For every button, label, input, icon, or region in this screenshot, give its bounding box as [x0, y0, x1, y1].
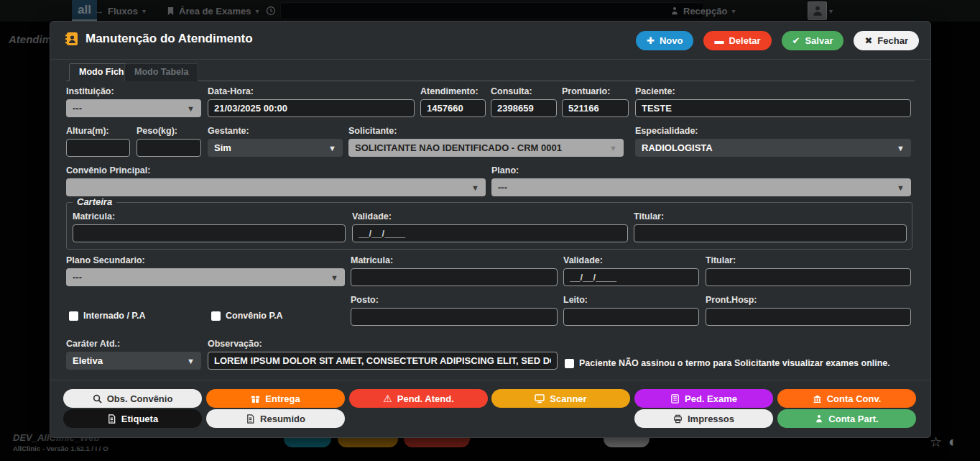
conta-part-button[interactable]: Conta Part. [777, 409, 916, 428]
leito-input[interactable] [563, 308, 699, 326]
field-atendimento: Atendimento: [420, 86, 486, 117]
field-label: Leito: [563, 295, 699, 305]
chevron-down-icon: ▼ [609, 144, 617, 152]
plus-icon: ✚ [647, 36, 655, 45]
app-screen: all → Fluxos ▾ Área de Exames ▾ Recepção… [0, 0, 980, 461]
field-label: Pront.Hosp: [706, 295, 911, 305]
salvar-button[interactable]: ✔ Salvar [782, 31, 844, 50]
entrega-button[interactable]: Entrega [206, 389, 345, 408]
person-icon [815, 414, 823, 423]
carteira-titular-input[interactable] [634, 224, 907, 242]
modal-header: Manutenção do Atendimento ✚ Novo ▬ Delet… [50, 22, 930, 60]
bank-icon [813, 394, 822, 403]
checkbox-box[interactable] [69, 311, 78, 321]
check-icon: ✔ [792, 36, 800, 45]
tab-modo-tabela[interactable]: Modo Tabela [124, 63, 198, 81]
etiqueta-button[interactable]: Etiqueta [63, 409, 202, 428]
gestante-select[interactable]: Sim ▼ [208, 139, 343, 157]
contact-book-icon [65, 32, 79, 46]
chevron-down-icon: ▼ [897, 144, 905, 152]
especialidade-select[interactable]: RADIOLOGISTA ▼ [635, 139, 911, 157]
chevron-down-icon: ▼ [471, 183, 479, 192]
printer-icon [673, 414, 683, 424]
field-label: Titular: [706, 255, 911, 265]
carteira-fieldset: Carteira Matricula: Validade: Titular: [66, 202, 912, 250]
plano-secundario-select[interactable]: --- ▼ [66, 268, 345, 286]
matricula-secundaria-input[interactable] [351, 268, 558, 286]
field-especialidade: Especialidade: RADIOLOGISTA ▼ [635, 126, 911, 157]
field-label: Validade: [352, 211, 628, 222]
modal-title-text: Manutenção do Atendimento [85, 32, 253, 46]
pend-atend-button[interactable]: ⚠ Pend. Atend. [349, 389, 488, 408]
field-label: Especialidade: [635, 126, 911, 136]
prontuario-input[interactable] [562, 99, 629, 117]
field-label: Solicitante: [348, 126, 624, 136]
impressos-button[interactable]: Impressos [634, 409, 773, 428]
checkbox-label: Internado / P.A [83, 311, 146, 321]
checkbox-label: Paciente NÃO assinou o termo para Solici… [579, 358, 890, 368]
field-label: Instituição: [66, 86, 201, 96]
chevron-down-icon: ▼ [330, 273, 338, 282]
modal-title: Manutenção do Atendimento [65, 32, 253, 46]
field-instituicao: Instituição: --- ▼ [66, 86, 201, 117]
carteira-validade-input[interactable] [352, 224, 628, 242]
field-label: Paciente: [635, 86, 911, 96]
novo-button[interactable]: ✚ Novo [636, 31, 693, 50]
resumido-button[interactable]: Resumido [206, 409, 345, 428]
validade-secundaria-input[interactable] [563, 268, 699, 286]
field-carteira-titular: Titular: [634, 211, 907, 242]
obs-convenio-button[interactable]: Obs. Convênio [63, 389, 202, 408]
peso-input[interactable] [137, 139, 201, 157]
field-label: Validade: [563, 255, 699, 265]
scanner-button[interactable]: Scanner [491, 389, 630, 408]
checkbox-box[interactable] [565, 359, 574, 368]
field-label: Consulta: [491, 86, 557, 96]
conta-conv-button[interactable]: Conta Conv. [777, 389, 916, 408]
convenio-pa-checkbox[interactable]: Convênio P.A [211, 311, 283, 321]
paciente-input[interactable] [635, 99, 911, 117]
field-label: Peso(kg): [137, 126, 201, 136]
field-label: Convênio Principal: [66, 165, 486, 175]
internado-checkbox[interactable]: Internado / P.A [69, 311, 146, 321]
convenio-principal-select[interactable]: ▼ [66, 178, 486, 196]
posto-input[interactable] [351, 308, 558, 326]
checkbox-label: Convênio P.A [226, 311, 283, 321]
field-label: Gestante: [208, 126, 343, 136]
titular-secundario-input[interactable] [706, 268, 911, 286]
chevron-down-icon: ▼ [187, 104, 195, 113]
field-label: Data-Hora: [208, 86, 415, 96]
field-label: Matricula: [351, 255, 558, 265]
data-hora-input[interactable] [208, 99, 415, 117]
field-label: Plano: [491, 165, 911, 175]
minus-icon: ▬ [714, 36, 724, 45]
deletar-button[interactable]: ▬ Deletar [703, 31, 771, 50]
field-solicitante: Solicitante: SOLICITANTE NAO IDENTIFICAD… [348, 126, 624, 157]
field-label: Caráter Atd.: [66, 339, 201, 349]
scanner-icon [535, 393, 545, 403]
consulta-input[interactable] [491, 99, 557, 117]
ped-exame-button[interactable]: Ped. Exame [634, 389, 773, 408]
atendimento-input[interactable] [420, 99, 486, 117]
field-posto: Posto: [351, 295, 558, 326]
field-prontuario: Prontuario: [562, 86, 629, 117]
plano-select[interactable]: --- ▼ [491, 178, 911, 196]
termo-online-checkbox[interactable]: Paciente NÃO assinou o termo para Solici… [565, 358, 890, 368]
observacao-input[interactable] [208, 352, 558, 370]
field-consulta: Consulta: [491, 86, 557, 117]
carater-atd-select[interactable]: Eletiva ▼ [66, 352, 201, 370]
pront-hosp-input[interactable] [706, 308, 911, 326]
solicitante-select[interactable]: SOLICITANTE NAO IDENTIFICADO - CRM 0001 … [348, 139, 624, 157]
list-icon [670, 394, 680, 403]
altura-input[interactable] [66, 139, 130, 157]
chevron-down-icon: ▼ [328, 144, 336, 152]
field-validade-secundaria: Validade: [563, 255, 699, 286]
carteira-matricula-input[interactable] [73, 224, 346, 242]
field-leito: Leito: [563, 295, 699, 326]
field-plano-secundario: Plano Secundario: --- ▼ [66, 255, 345, 286]
checkbox-box[interactable] [211, 311, 221, 321]
warning-icon: ⚠ [383, 393, 392, 403]
file-icon [107, 414, 116, 424]
field-label: Matricula: [73, 211, 346, 222]
fechar-button[interactable]: ✖ Fechar [854, 31, 919, 50]
instituicao-select[interactable]: --- ▼ [66, 99, 201, 117]
